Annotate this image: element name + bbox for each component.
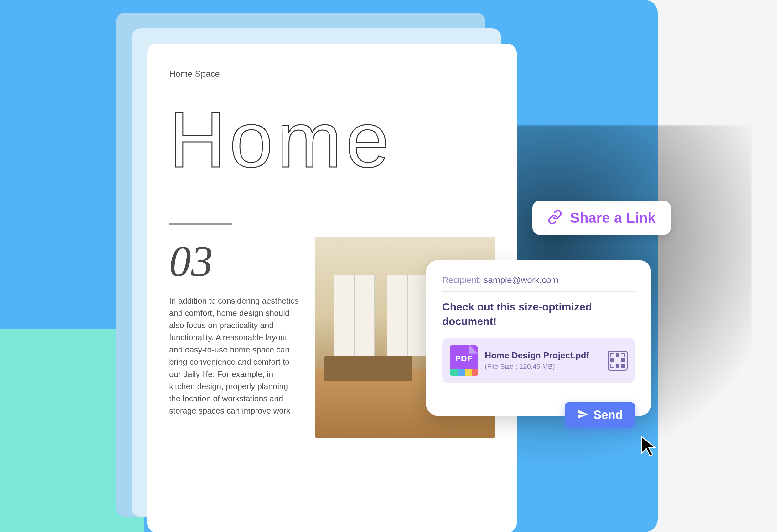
attachment-info: Home Design Project.pdf (File Size : 120… (485, 350, 601, 370)
recipient-value: sample@work.com (483, 275, 558, 285)
share-link-button[interactable]: Share a Link (532, 201, 671, 235)
link-icon (547, 210, 562, 226)
cursor-icon (639, 435, 661, 457)
attachment-filesize: (File Size : 120.45 MB) (485, 362, 601, 370)
share-panel: Recipient: sample@work.com Check out thi… (426, 260, 651, 416)
recipient-label: Recipient: (442, 275, 483, 285)
document-left-column: 03 In addition to considering aesthetics… (169, 237, 300, 438)
attachment-card[interactable]: PDF Home Design Project.pdf (File Size :… (442, 338, 635, 383)
qr-code-icon[interactable] (607, 350, 628, 370)
recipient-field[interactable]: Recipient: sample@work.com (442, 275, 635, 292)
document-paragraph: In addition to considering aesthetics an… (169, 295, 300, 417)
document-header: Home Space (169, 69, 495, 79)
document-divider (169, 223, 232, 225)
send-button[interactable]: Send (565, 402, 635, 428)
share-message: Check out this size-optimized document! (442, 300, 635, 329)
send-button-label: Send (593, 408, 623, 422)
attachment-filename: Home Design Project.pdf (485, 350, 601, 360)
pdf-icon: PDF (450, 345, 478, 376)
share-link-label: Share a Link (570, 209, 656, 226)
paper-plane-icon (577, 409, 588, 421)
document-title: Home (169, 101, 495, 179)
section-number: 03 (169, 237, 300, 286)
